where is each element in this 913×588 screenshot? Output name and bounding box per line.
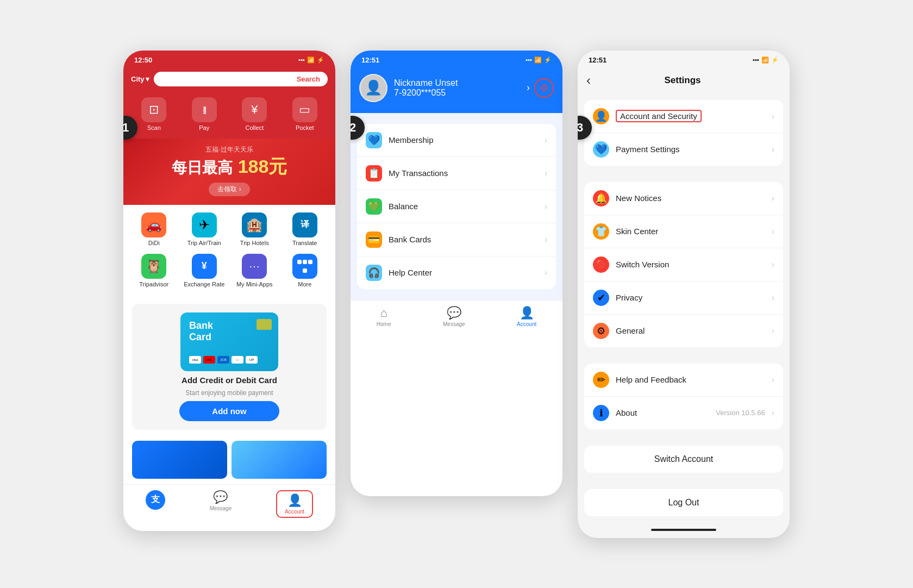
pay-label: Pay [199, 124, 209, 131]
about-label: About [616, 408, 709, 417]
trip-air-app[interactable]: ✈ Trip Air/Train [183, 212, 226, 246]
add-card-title: Add Credit or Debit Card [182, 376, 277, 385]
alipay-icon: 支 [146, 490, 165, 510]
new-notices-label: New Notices [616, 193, 765, 203]
help-feedback-label: Help and Feedback [616, 375, 765, 384]
about-item[interactable]: ℹ About Version 10.5.66 › [584, 397, 783, 429]
scan-label: Scan [147, 124, 161, 131]
nav-account-1[interactable]: 👤 Account [276, 490, 313, 518]
general-item[interactable]: ⚙ General › [584, 315, 783, 347]
promo-img-1 [132, 441, 227, 479]
tripadvisor-label: Tripadvisor [139, 281, 168, 287]
payment-settings-item[interactable]: 💙 Payment Settings › [584, 133, 783, 166]
payment-settings-icon: 💙 [593, 141, 609, 158]
collect-button[interactable]: ¥ Collect [242, 97, 267, 131]
trip-hotels-app[interactable]: 🏨 Trip Hotels [233, 212, 276, 246]
exchange-rate-label: Exchange Rate [184, 281, 224, 287]
bank-cards-item[interactable]: 💳 Bank Cards › [357, 223, 556, 257]
translate-app[interactable]: 译 Translate [283, 212, 327, 246]
account-security-item[interactable]: 👤 Account and Security › [584, 100, 783, 133]
new-notices-icon: 🔔 [593, 190, 609, 207]
help-feedback-item[interactable]: ✏ Help and Feedback › [584, 364, 783, 397]
switch-version-icon: 🔴 [593, 257, 609, 273]
nav-home-2[interactable]: ⌂ Home [377, 306, 391, 327]
profile-header: 👤 Nickname Unset 7-9200***055 › ⚙ [351, 67, 562, 113]
general-label: General [616, 326, 765, 335]
tripadvisor-app[interactable]: 🦉 Tripadvisor [132, 254, 176, 287]
privacy-item[interactable]: ✔ Privacy › [584, 282, 783, 315]
help-center-icon: 🎧 [366, 265, 382, 281]
wifi-icon-3: 📶 [761, 57, 769, 64]
time-2: 12:51 [361, 56, 379, 64]
collect-label: Collect [245, 124, 264, 131]
scan-button[interactable]: ⊡ Scan [141, 97, 166, 131]
mini-apps-app[interactable]: ⋯ My Mini-Apps [233, 254, 276, 287]
didi-icon: 🚗 [141, 212, 166, 237]
skin-center-item[interactable]: 👕 Skin Center › [584, 215, 783, 248]
search-bar[interactable]: Search [154, 72, 328, 86]
status-icons-1: ▪▪▪ 📶 ⚡ [298, 57, 324, 64]
card-logos: visa MC JCB — UP [189, 356, 270, 364]
privacy-icon: ✔ [593, 290, 609, 306]
account-label-1: Account [283, 509, 307, 515]
skin-center-label: Skin Center [616, 227, 765, 236]
exchange-rate-app[interactable]: ¥ Exchange Rate [183, 254, 226, 287]
search-button[interactable]: Search [297, 75, 320, 83]
message-icon: 💬 [213, 490, 228, 504]
signal-icon: ▪▪▪ [298, 57, 305, 63]
switch-account-button[interactable]: Switch Account [584, 446, 783, 473]
log-out-button[interactable]: Log Out [584, 489, 783, 516]
status-bar-2: 12:51 ▪▪▪ 📶 ⚡ [351, 51, 562, 67]
membership-label: Membership [389, 135, 538, 145]
translate-label: Translate [292, 240, 317, 246]
trip-hotels-label: Trip Hotels [240, 240, 269, 246]
back-button[interactable]: ‹ [586, 73, 591, 88]
phone-number: 7-9200***055 [394, 88, 458, 98]
switch-version-item[interactable]: 🔴 Switch Version › [584, 248, 783, 282]
divider-4 [578, 478, 790, 484]
apps-section: 🚗 DiDi ✈ Trip Air/Train 🏨 Trip Hotels 译 … [123, 205, 335, 298]
phone-screen-1: 1 12:50 ▪▪▪ 📶 ⚡ City ▾ Search ⊡ [123, 51, 335, 531]
battery-icon-2: ⚡ [544, 57, 552, 64]
banner-cta[interactable]: 去领取 › [209, 183, 249, 196]
avatar[interactable]: 👤 [359, 74, 387, 102]
time-1: 12:50 [134, 56, 152, 64]
more-app[interactable]: More [283, 254, 327, 287]
wifi-icon: 📶 [307, 57, 315, 64]
balance-icon: 💚 [366, 198, 382, 215]
bank-card-section: Bank Card visa MC JCB — UP Add Credit or… [123, 298, 335, 435]
promo-img-2 [232, 441, 327, 479]
balance-item[interactable]: 💚 Balance › [357, 190, 556, 223]
phone-screen-2: 2 12:51 ▪▪▪ 📶 ⚡ 👤 Nickname Unset 7-9200*… [351, 51, 562, 496]
add-now-button[interactable]: Add now [179, 401, 279, 421]
account-icon-1: 👤 [287, 493, 302, 508]
skin-center-icon: 👕 [593, 223, 609, 240]
pay-button[interactable]: ||| Pay [192, 97, 217, 131]
nav-message-1[interactable]: 💬 Message [210, 490, 232, 518]
settings-button[interactable]: ⚙ [534, 78, 554, 98]
privacy-chevron: › [772, 293, 774, 303]
nickname: Nickname Unset [394, 78, 458, 88]
nav-home-1[interactable]: 支 [146, 490, 165, 518]
pocket-button[interactable]: ▭ Pocket [292, 97, 317, 131]
signal-icon-3: ▪▪▪ [753, 57, 759, 63]
help-center-item[interactable]: 🎧 Help Center › [357, 257, 556, 289]
card-chip [257, 319, 272, 330]
membership-item[interactable]: 💙 Membership › [357, 124, 556, 157]
chevron-right-profile: › [527, 82, 530, 93]
status-icons-3: ▪▪▪ 📶 ⚡ [753, 57, 779, 64]
didi-app[interactable]: 🚗 DiDi [132, 212, 176, 246]
bank-card-visual: Bank Card visa MC JCB — UP [180, 312, 278, 371]
transactions-item[interactable]: 📋 My Transactions › [357, 157, 556, 190]
about-chevron: › [772, 408, 774, 418]
account-label-2: Account [517, 321, 536, 327]
city-selector[interactable]: City ▾ [131, 75, 149, 83]
apps-row-1: 🚗 DiDi ✈ Trip Air/Train 🏨 Trip Hotels 译 … [129, 212, 330, 246]
chevron-down-icon: ▾ [146, 75, 149, 83]
new-notices-item[interactable]: 🔔 New Notices › [584, 182, 783, 215]
nav-account-2[interactable]: 👤 Account [517, 306, 536, 327]
nav-message-2[interactable]: 💬 Message [443, 306, 465, 327]
bank-cards-icon: 💳 [366, 232, 382, 248]
signal-icon-2: ▪▪▪ [526, 57, 532, 63]
promo-images [123, 435, 335, 479]
